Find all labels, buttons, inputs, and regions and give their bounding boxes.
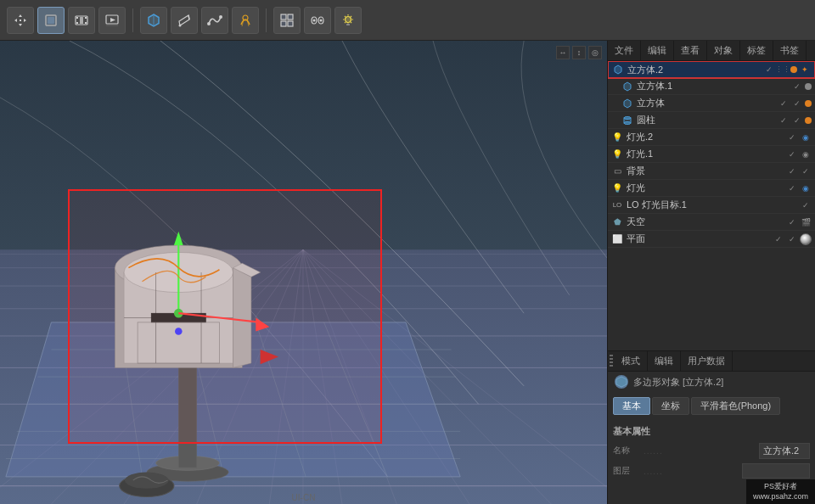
object-manager: 文件 编辑 查看 对象 标签 书签 [608, 41, 815, 351]
obj-icon-lf2 [612, 64, 624, 76]
obj-row-pm[interactable]: ⬜ 平面 ✓ ✓ [608, 231, 815, 248]
viewport-watermark: UI-CN [292, 493, 316, 502]
svg-point-77 [175, 328, 183, 335]
obj-flags-yzhu: ✓ ✓ [778, 115, 812, 126]
obj-flags-lf1: ✓ [791, 81, 812, 92]
obj-flags-pm: ✓ ✓ [773, 233, 812, 245]
tool-eyes[interactable] [304, 7, 331, 34]
tool-film[interactable] [68, 7, 95, 34]
obj-row-tk[interactable]: ⬟ 天空 ✓ 🎬 [608, 214, 815, 231]
flag-check: ✓ [786, 148, 798, 160]
svg-rect-6 [85, 17, 87, 19]
flag-check-1: ✓ [763, 64, 775, 76]
props-handle [608, 351, 615, 371]
props-subtab-phong[interactable]: 平滑着色(Phong) [691, 397, 780, 415]
tool-grid[interactable] [273, 7, 301, 34]
obj-row-yzhu[interactable]: 圆柱 ✓ ✓ [608, 112, 815, 129]
obj-row-lf0[interactable]: 立方体 ✓ ✓ [608, 95, 815, 112]
flag-dot-orange2 [805, 117, 812, 124]
flag-check: ✓ [786, 165, 798, 177]
flag-check2: ✓ [800, 165, 812, 177]
viewport-nav-pan[interactable]: ↔ [556, 46, 570, 59]
tab-tag[interactable]: 标签 [740, 41, 773, 60]
tool-render[interactable] [98, 7, 126, 34]
obj-row-dg0[interactable]: 💡 灯光 ✓ ◉ [608, 180, 815, 197]
obj-name-yzhu: 圆柱 [637, 114, 778, 126]
props-tab-edit[interactable]: 编辑 [648, 351, 681, 371]
svg-rect-11 [106, 25, 118, 26]
flag-check: ✓ [800, 199, 812, 211]
obj-icon-bj: ▭ [611, 165, 623, 177]
svg-point-24 [346, 16, 351, 22]
props-tab-mode[interactable]: 模式 [615, 351, 648, 371]
tool-light[interactable] [334, 7, 362, 34]
obj-row-dgmb[interactable]: LO LO 灯光目标.1 ✓ [608, 197, 815, 214]
svg-rect-17 [288, 14, 293, 20]
tab-object[interactable]: 对象 [707, 41, 740, 60]
obj-row-dg1[interactable]: 💡 灯光.1 ✓ ◉ [608, 146, 815, 163]
props-sub-tabs: 基本 坐标 平滑着色(Phong) [608, 397, 815, 415]
tool-move[interactable] [7, 7, 34, 34]
svg-marker-65 [233, 268, 251, 368]
svg-point-23 [320, 19, 323, 21]
tool-deform[interactable] [232, 7, 259, 34]
svg-rect-8 [80, 17, 83, 24]
tab-file[interactable]: 文件 [608, 41, 641, 60]
sep-2 [266, 8, 267, 32]
obj-name-tk: 天空 [627, 216, 786, 228]
obj-name-pm: 平面 [627, 232, 773, 245]
props-tab-userdata[interactable]: 用户数据 [681, 351, 733, 371]
flag-check: ✓ [786, 132, 798, 143]
flag-film: 🎬 [800, 216, 812, 228]
obj-icon-dg1: 💡 [611, 148, 623, 160]
obj-row-bj[interactable]: ▭ 背景 ✓ ✓ [608, 163, 815, 180]
obj-flags-dgmb: ✓ [800, 199, 812, 211]
props-subtab-coord[interactable]: 坐标 [652, 397, 689, 415]
flag-dot-gray [805, 83, 812, 90]
obj-name-dgmb: LO 灯光目标.1 [627, 199, 800, 211]
flag-dot-orange [790, 66, 797, 73]
viewport-nav-orbit[interactable]: ◎ [588, 46, 602, 59]
ps-watermark: PS爱好者 www.psahz.com [746, 479, 815, 504]
obj-icon-dg2: 💡 [611, 132, 623, 143]
tab-edit[interactable]: 编辑 [641, 41, 674, 60]
right-panel: 文件 编辑 查看 对象 标签 书签 [607, 41, 815, 504]
svg-point-12 [179, 24, 182, 26]
obj-row-lf2[interactable]: 立方体.2 ✓ ⋮⋮ ✦ [608, 61, 815, 78]
flag-circle-blue: ◉ [800, 132, 812, 143]
props-label-layer: 图层 [613, 465, 644, 477]
tab-view[interactable]: 查看 [674, 41, 707, 60]
props-value-name[interactable]: 立方体.2 [759, 443, 810, 459]
viewport[interactable]: ↔ ↕ ◎ UI-CN [0, 41, 607, 504]
tool-cube[interactable] [140, 7, 167, 34]
tool-curve[interactable] [201, 7, 228, 34]
svg-rect-19 [288, 21, 293, 26]
obj-flags-tk: ✓ 🎬 [786, 216, 812, 228]
flag-check: ✓ [773, 233, 784, 245]
object-list: 立方体.2 ✓ ⋮⋮ ✦ [608, 61, 815, 350]
viewport-nav-zoom[interactable]: ↕ [572, 46, 586, 59]
svg-point-14 [219, 15, 222, 19]
svg-rect-16 [281, 14, 286, 20]
props-label-name: 名称 [613, 445, 644, 456]
tool-select[interactable] [37, 7, 65, 34]
obj-icon-yzhu [621, 115, 633, 126]
props-subtab-basic[interactable]: 基本 [613, 397, 650, 415]
obj-flags-lf2: ✓ ⋮⋮ ✦ [763, 64, 811, 76]
obj-row-dg2[interactable]: 💡 灯光.2 ✓ ◉ [608, 129, 815, 146]
obj-flags-bj: ✓ ✓ [786, 165, 812, 177]
obj-row-lf1[interactable]: 立方体.1 ✓ [608, 78, 815, 95]
props-mode-tabs: 模式 编辑 用户数据 [608, 351, 815, 372]
flag-dot-orange [805, 100, 812, 107]
tab-bookmark[interactable]: 书签 [773, 41, 807, 60]
tool-pen[interactable] [171, 7, 198, 34]
obj-icon-tk: ⬟ [611, 216, 623, 228]
props-value-layer[interactable] [742, 463, 810, 479]
svg-point-79 [125, 473, 168, 489]
svg-marker-10 [110, 18, 115, 22]
props-type-header: 多边形对象 [立方体.2] [608, 372, 815, 392]
flag-star: ✦ [799, 64, 811, 76]
svg-marker-84 [616, 377, 627, 387]
flag-check: ✓ [778, 98, 790, 109]
svg-rect-18 [281, 21, 286, 26]
